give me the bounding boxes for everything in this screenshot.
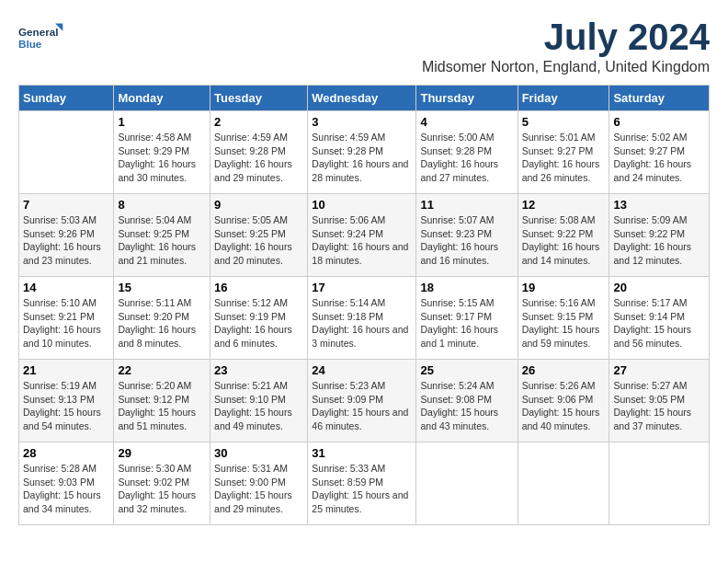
day-info: Sunrise: 5:23 AMSunset: 9:09 PMDaylight:…	[312, 379, 412, 433]
day-info: Sunrise: 5:06 AMSunset: 9:24 PMDaylight:…	[312, 213, 412, 268]
calendar-cell: 30 Sunrise: 5:31 AMSunset: 9:00 PMDaylig…	[210, 442, 308, 525]
day-number: 1	[118, 115, 206, 129]
day-number: 23	[214, 363, 303, 377]
calendar-cell	[609, 442, 710, 525]
day-info: Sunrise: 5:21 AMSunset: 9:10 PMDaylight:…	[214, 379, 303, 433]
day-info: Sunrise: 5:12 AMSunset: 9:19 PMDaylight:…	[214, 296, 303, 350]
weekday-header: Saturday	[609, 86, 710, 111]
calendar-cell: 7 Sunrise: 5:03 AMSunset: 9:26 PMDayligh…	[19, 194, 114, 277]
day-number: 9	[214, 198, 303, 212]
calendar-cell: 1 Sunrise: 4:58 AMSunset: 9:29 PMDayligh…	[114, 111, 210, 194]
day-info: Sunrise: 5:20 AMSunset: 9:12 PMDaylight:…	[118, 379, 206, 433]
day-info: Sunrise: 4:58 AMSunset: 9:29 PMDaylight:…	[118, 131, 206, 185]
day-info: Sunrise: 5:30 AMSunset: 9:02 PMDaylight:…	[118, 462, 206, 516]
day-number: 5	[522, 115, 606, 129]
logo: General Blue	[18, 18, 64, 60]
day-info: Sunrise: 5:01 AMSunset: 9:27 PMDaylight:…	[522, 131, 606, 185]
calendar-cell: 14 Sunrise: 5:10 AMSunset: 9:21 PMDaylig…	[19, 277, 114, 360]
day-info: Sunrise: 5:26 AMSunset: 9:06 PMDaylight:…	[522, 379, 606, 433]
calendar-cell: 2 Sunrise: 4:59 AMSunset: 9:28 PMDayligh…	[210, 111, 308, 194]
calendar-cell: 17 Sunrise: 5:14 AMSunset: 9:18 PMDaylig…	[308, 277, 416, 360]
weekday-header: Monday	[114, 86, 210, 111]
day-info: Sunrise: 5:28 AMSunset: 9:03 PMDaylight:…	[23, 462, 109, 516]
day-info: Sunrise: 5:15 AMSunset: 9:17 PMDaylight:…	[420, 296, 513, 350]
day-info: Sunrise: 5:05 AMSunset: 9:25 PMDaylight:…	[214, 213, 303, 268]
weekday-header: Friday	[518, 86, 609, 111]
calendar-cell: 27 Sunrise: 5:27 AMSunset: 9:05 PMDaylig…	[609, 360, 710, 442]
calendar-cell: 3 Sunrise: 4:59 AMSunset: 9:28 PMDayligh…	[308, 111, 416, 194]
calendar-table: SundayMondayTuesdayWednesdayThursdayFrid…	[18, 85, 710, 525]
location-title: Midsomer Norton, England, United Kingdom	[422, 59, 710, 75]
weekday-header: Thursday	[416, 86, 518, 111]
day-number: 25	[420, 363, 513, 377]
day-number: 18	[420, 281, 513, 294]
day-number: 2	[214, 115, 303, 129]
logo-svg: General Blue	[18, 18, 64, 60]
calendar-cell	[416, 442, 518, 525]
day-info: Sunrise: 5:00 AMSunset: 9:28 PMDaylight:…	[420, 131, 513, 185]
calendar-cell: 11 Sunrise: 5:07 AMSunset: 9:23 PMDaylig…	[416, 194, 518, 277]
day-info: Sunrise: 5:08 AMSunset: 9:22 PMDaylight:…	[522, 213, 606, 268]
calendar-cell: 10 Sunrise: 5:06 AMSunset: 9:24 PMDaylig…	[308, 194, 416, 277]
day-info: Sunrise: 5:03 AMSunset: 9:26 PMDaylight:…	[23, 213, 109, 268]
day-number: 10	[312, 198, 412, 212]
header-row: SundayMondayTuesdayWednesdayThursdayFrid…	[19, 86, 710, 111]
calendar-cell: 29 Sunrise: 5:30 AMSunset: 9:02 PMDaylig…	[114, 442, 210, 525]
day-number: 8	[118, 198, 206, 212]
day-info: Sunrise: 5:09 AMSunset: 9:22 PMDaylight:…	[613, 213, 705, 268]
day-info: Sunrise: 5:16 AMSunset: 9:15 PMDaylight:…	[522, 296, 606, 350]
day-number: 30	[214, 446, 303, 460]
calendar-cell: 22 Sunrise: 5:20 AMSunset: 9:12 PMDaylig…	[114, 360, 210, 442]
day-number: 6	[613, 115, 705, 129]
day-number: 13	[613, 198, 705, 212]
calendar-cell: 20 Sunrise: 5:17 AMSunset: 9:14 PMDaylig…	[609, 277, 710, 360]
calendar-cell: 16 Sunrise: 5:12 AMSunset: 9:19 PMDaylig…	[210, 277, 308, 360]
svg-text:General: General	[18, 26, 58, 38]
day-number: 14	[23, 281, 109, 294]
day-number: 21	[23, 363, 109, 377]
day-info: Sunrise: 5:31 AMSunset: 9:00 PMDaylight:…	[214, 462, 303, 516]
day-number: 20	[613, 281, 705, 294]
day-number: 17	[312, 281, 412, 294]
day-info: Sunrise: 5:07 AMSunset: 9:23 PMDaylight:…	[420, 213, 513, 268]
calendar-cell: 12 Sunrise: 5:08 AMSunset: 9:22 PMDaylig…	[518, 194, 609, 277]
day-number: 27	[613, 363, 705, 377]
calendar-week-row: 1 Sunrise: 4:58 AMSunset: 9:29 PMDayligh…	[19, 111, 710, 194]
day-number: 24	[312, 363, 412, 377]
day-info: Sunrise: 5:33 AMSunset: 8:59 PMDaylight:…	[312, 462, 412, 516]
month-title: July 2024	[422, 18, 710, 55]
day-number: 7	[23, 198, 109, 212]
calendar-cell: 31 Sunrise: 5:33 AMSunset: 8:59 PMDaylig…	[308, 442, 416, 525]
day-info: Sunrise: 4:59 AMSunset: 9:28 PMDaylight:…	[312, 131, 412, 185]
calendar-week-row: 28 Sunrise: 5:28 AMSunset: 9:03 PMDaylig…	[19, 442, 710, 525]
day-number: 28	[23, 446, 109, 460]
calendar-cell: 23 Sunrise: 5:21 AMSunset: 9:10 PMDaylig…	[210, 360, 308, 442]
day-number: 3	[312, 115, 412, 129]
calendar-cell: 5 Sunrise: 5:01 AMSunset: 9:27 PMDayligh…	[518, 111, 609, 194]
weekday-header: Wednesday	[308, 86, 416, 111]
day-info: Sunrise: 5:11 AMSunset: 9:20 PMDaylight:…	[118, 296, 206, 350]
day-number: 4	[420, 115, 513, 129]
day-number: 16	[214, 281, 303, 294]
day-info: Sunrise: 5:14 AMSunset: 9:18 PMDaylight:…	[312, 296, 412, 350]
day-info: Sunrise: 5:10 AMSunset: 9:21 PMDaylight:…	[23, 296, 109, 350]
calendar-cell: 4 Sunrise: 5:00 AMSunset: 9:28 PMDayligh…	[416, 111, 518, 194]
weekday-header: Tuesday	[210, 86, 308, 111]
day-info: Sunrise: 5:02 AMSunset: 9:27 PMDaylight:…	[613, 131, 705, 185]
calendar-cell: 18 Sunrise: 5:15 AMSunset: 9:17 PMDaylig…	[416, 277, 518, 360]
day-info: Sunrise: 5:04 AMSunset: 9:25 PMDaylight:…	[118, 213, 206, 268]
day-number: 29	[118, 446, 206, 460]
day-info: Sunrise: 4:59 AMSunset: 9:28 PMDaylight:…	[214, 131, 303, 185]
day-number: 26	[522, 363, 606, 377]
calendar-cell: 21 Sunrise: 5:19 AMSunset: 9:13 PMDaylig…	[19, 360, 114, 442]
calendar-week-row: 21 Sunrise: 5:19 AMSunset: 9:13 PMDaylig…	[19, 360, 710, 442]
calendar-cell: 28 Sunrise: 5:28 AMSunset: 9:03 PMDaylig…	[19, 442, 114, 525]
day-info: Sunrise: 5:27 AMSunset: 9:05 PMDaylight:…	[613, 379, 705, 433]
weekday-header: Sunday	[19, 86, 114, 111]
page-header: General Blue July 2024 Midsomer Norton, …	[18, 18, 710, 75]
day-number: 31	[312, 446, 412, 460]
calendar-cell	[19, 111, 114, 194]
title-area: July 2024 Midsomer Norton, England, Unit…	[422, 18, 710, 75]
day-number: 19	[522, 281, 606, 294]
calendar-cell: 13 Sunrise: 5:09 AMSunset: 9:22 PMDaylig…	[609, 194, 710, 277]
